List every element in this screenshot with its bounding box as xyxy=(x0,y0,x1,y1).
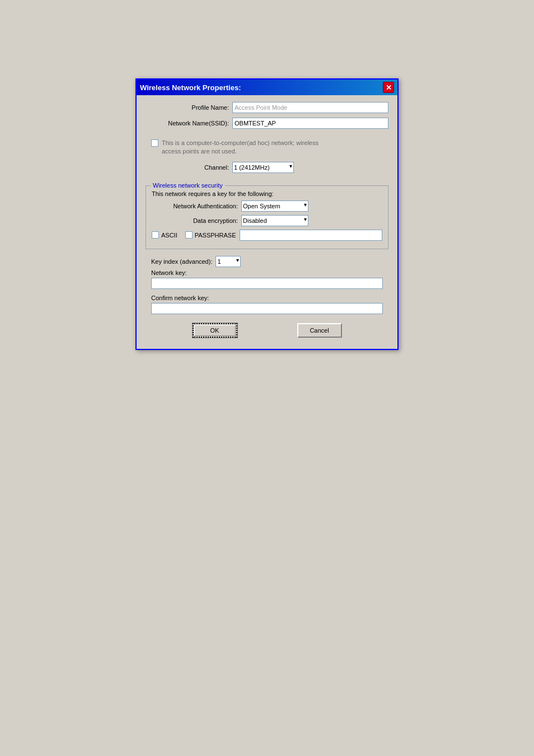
security-group: Wireless network security This network r… xyxy=(146,185,388,249)
key-index-select[interactable]: 1 2 3 4 xyxy=(216,256,241,267)
security-legend: Wireless network security xyxy=(151,182,225,189)
encryption-label: Data encryption: xyxy=(152,217,241,224)
channel-select-wrapper: 1 (2412MHz) 2 (2427MHz) 3 (2442MHz) xyxy=(232,162,294,173)
ascii-passphrase-row: ASCII PASSPHRASE xyxy=(152,230,382,241)
confirm-key-section: Confirm network key: xyxy=(146,295,388,314)
network-key-input[interactable] xyxy=(151,278,383,289)
wireless-network-properties-dialog: Wireless Network Properties: ✕ Profile N… xyxy=(135,78,399,350)
close-button[interactable]: ✕ xyxy=(383,82,394,93)
adhoc-section: This is a computer-to-computer(ad hoc) n… xyxy=(146,139,388,156)
channel-select[interactable]: 1 (2412MHz) 2 (2427MHz) 3 (2442MHz) xyxy=(232,162,294,173)
encryption-row: Data encryption: Disabled WEP TKIP AES xyxy=(152,215,382,226)
key-index-row: Key index (advanced): 1 2 3 4 xyxy=(146,256,388,267)
passphrase-checkbox[interactable] xyxy=(185,231,193,239)
cancel-button[interactable]: Cancel xyxy=(297,323,342,338)
network-key-label: Network key: xyxy=(151,269,383,276)
cancel-label: Cancel xyxy=(310,327,329,334)
profile-name-row: Profile Name: xyxy=(146,102,388,113)
ssid-input[interactable] xyxy=(232,118,388,129)
dialog-body: Profile Name: Network Name(SSID): This i… xyxy=(137,95,397,349)
key-index-label: Key index (advanced): xyxy=(151,258,212,265)
adhoc-text: This is a computer-to-computer(ad hoc) n… xyxy=(162,139,318,156)
auth-row: Network Authentication: Open System Shar… xyxy=(152,200,382,212)
security-requirement-text: This network requires a key for the foll… xyxy=(152,190,382,197)
adhoc-checkbox[interactable] xyxy=(151,139,158,147)
channel-label: Channel: xyxy=(146,164,232,171)
dialog-title: Wireless Network Properties: xyxy=(140,83,241,92)
auth-label: Network Authentication: xyxy=(152,203,241,209)
ascii-checkbox[interactable] xyxy=(152,231,159,239)
passphrase-input[interactable] xyxy=(240,230,382,241)
button-row: OK Cancel xyxy=(146,320,388,341)
encryption-select-wrapper: Disabled WEP TKIP AES xyxy=(241,215,308,226)
ascii-label: ASCII xyxy=(161,232,177,239)
network-name-row: Network Name(SSID): xyxy=(146,118,388,129)
profile-name-input[interactable] xyxy=(232,102,388,113)
network-name-label: Network Name(SSID): xyxy=(146,120,232,127)
auth-select[interactable]: Open System Shared WPA WPA-PSK xyxy=(241,200,308,212)
ok-button-inner: OK xyxy=(194,325,236,336)
passphrase-label: PASSPHRASE xyxy=(195,232,236,239)
network-key-section: Network key: xyxy=(146,269,388,289)
confirm-key-label: Confirm network key: xyxy=(151,295,383,301)
ok-button[interactable]: OK xyxy=(193,323,237,338)
encryption-select[interactable]: Disabled WEP TKIP AES xyxy=(241,215,308,226)
profile-name-label: Profile Name: xyxy=(146,104,232,111)
channel-row: Channel: 1 (2412MHz) 2 (2427MHz) 3 (2442… xyxy=(146,162,388,173)
key-index-select-wrapper: 1 2 3 4 xyxy=(216,256,241,267)
ok-label: OK xyxy=(210,327,219,334)
auth-select-wrapper: Open System Shared WPA WPA-PSK xyxy=(241,200,308,212)
title-bar: Wireless Network Properties: ✕ xyxy=(137,80,397,95)
confirm-key-input[interactable] xyxy=(151,303,383,314)
